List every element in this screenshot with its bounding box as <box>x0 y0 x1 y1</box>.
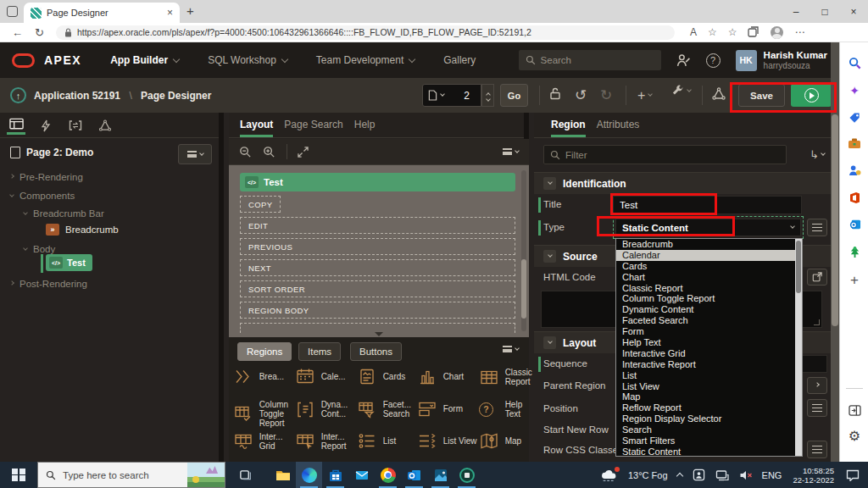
favorites-bar-icon[interactable]: ☆ <box>728 26 737 38</box>
gallery-item-cards[interactable]: Cards <box>357 368 418 385</box>
taskbar-outlook-icon[interactable] <box>401 462 427 488</box>
redo-icon[interactable]: ↻ <box>600 85 612 106</box>
type-option[interactable]: Search <box>616 424 795 435</box>
gallery-item-map[interactable]: Map <box>479 432 540 450</box>
header-search-box[interactable] <box>519 50 661 70</box>
gallery-item-faceted-search[interactable]: Facet... Search <box>357 400 418 419</box>
tree-item-post-rendering[interactable]: Post-Rendering <box>10 279 87 289</box>
tray-teams-icon[interactable] <box>693 469 705 481</box>
gallery-item-chart[interactable]: Chart <box>417 368 478 385</box>
type-option[interactable]: Classic Report <box>616 283 795 294</box>
sidebar-copilot-icon[interactable]: ✦ <box>847 83 862 98</box>
scroll-down-icon[interactable] <box>375 332 383 336</box>
browser-tab[interactable]: Page Designer × <box>24 3 180 23</box>
position-edit[interactable]: EDIT <box>240 217 515 234</box>
task-view-icon[interactable] <box>232 462 258 488</box>
tab-page-search[interactable]: Page Search <box>284 119 342 137</box>
position-quickpick-button[interactable] <box>807 399 827 417</box>
browser-profile-avatar[interactable] <box>771 26 783 39</box>
tab-close-icon[interactable]: × <box>167 8 173 18</box>
type-option[interactable]: Breadcrumb <box>616 239 795 250</box>
type-option-highlighted[interactable]: Calendar <box>616 250 795 261</box>
collections-icon[interactable] <box>748 26 760 38</box>
parent-region-browse-button[interactable] <box>807 377 827 394</box>
breadcrumb-app[interactable]: Application 52191 <box>34 90 120 102</box>
gallery-item-form[interactable]: Form <box>417 400 478 418</box>
type-option[interactable]: Reflow Report <box>616 402 795 413</box>
lock-page-icon[interactable] <box>549 85 561 106</box>
zoom-out-icon[interactable] <box>239 146 252 158</box>
type-option[interactable]: List <box>616 370 795 381</box>
go-up-icon[interactable]: ↑ <box>10 87 26 103</box>
position-region-body[interactable]: REGION BODY <box>240 302 515 319</box>
sidebar-shopping-icon[interactable] <box>847 110 862 125</box>
tree-item-components[interactable]: Components <box>10 191 75 201</box>
sidebar-people-icon[interactable] <box>847 163 862 178</box>
tree-item-breadcrumb[interactable]: » Breadcrumb <box>46 224 119 236</box>
section-identification[interactable]: Identification <box>534 172 831 194</box>
tree-menu-button[interactable] <box>178 144 212 164</box>
user-avatar[interactable]: HK <box>736 50 757 71</box>
window-maximize-button[interactable]: □ <box>810 0 839 23</box>
tab-processing-icon[interactable] <box>66 116 85 135</box>
type-option[interactable]: Faceted Search <box>616 315 795 326</box>
collapse-icon[interactable] <box>543 336 556 349</box>
type-option[interactable]: Cards <box>616 261 795 272</box>
nav-app-builder[interactable]: App Builder <box>110 54 179 66</box>
start-button[interactable] <box>0 462 37 488</box>
type-option[interactable]: Interactive Grid <box>616 348 795 359</box>
page-number-input[interactable] <box>448 90 470 102</box>
type-option[interactable]: List View <box>616 381 795 392</box>
tray-language[interactable]: ENG <box>762 470 782 480</box>
collapse-icon[interactable] <box>543 177 556 190</box>
nav-sql-workshop[interactable]: SQL Workshop <box>208 54 287 66</box>
type-option[interactable]: Smart Filters <box>616 435 795 446</box>
sidebar-search-icon[interactable] <box>847 55 862 70</box>
canvas-scrollbar[interactable] <box>521 170 526 331</box>
gallery-item-list-view[interactable]: List View <box>417 432 478 450</box>
type-quickpick-button[interactable] <box>807 219 827 236</box>
tab-region[interactable]: Region <box>551 119 586 137</box>
canvas-region-test[interactable]: </> Test <box>240 173 515 191</box>
sidebar-tree-icon[interactable] <box>847 244 862 259</box>
gallery-item-dynamic-content[interactable]: Dyna... Cont... <box>295 400 356 419</box>
tab-page-shared-components-icon[interactable] <box>96 116 114 135</box>
position-next[interactable]: NEXT <box>240 259 515 276</box>
page-number-stepper[interactable] <box>481 84 494 107</box>
taskbar-mail-icon[interactable] <box>348 462 375 488</box>
gallery-item-calendar[interactable]: Cale... <box>295 368 356 385</box>
gallery-tab-buttons[interactable]: Buttons <box>350 342 402 361</box>
sidebar-office-icon[interactable] <box>847 190 862 205</box>
gallery-item-breadcrumb[interactable]: Brea... <box>233 368 294 385</box>
dropdown-scrollbar[interactable] <box>795 239 802 456</box>
taskbar-file-explorer-icon[interactable] <box>270 462 296 488</box>
taskbar-store-icon[interactable] <box>322 462 348 488</box>
tree-item-breadcrumb-bar[interactable]: Breadcrumb Bar <box>24 208 104 219</box>
type-option[interactable]: Form <box>616 326 795 337</box>
oracle-logo[interactable] <box>12 53 35 68</box>
tab-attributes[interactable]: Attributes <box>597 119 640 137</box>
nav-team-development[interactable]: Team Development <box>316 54 415 66</box>
refresh-icon[interactable]: ↻ <box>35 26 44 39</box>
read-aloud-icon[interactable]: A <box>690 26 697 38</box>
window-close-button[interactable]: × <box>839 0 868 23</box>
tray-expand-icon[interactable] <box>677 471 682 479</box>
gallery-item-interactive-report[interactable]: Inter... Report <box>295 432 356 451</box>
resize-handle[interactable] <box>814 319 820 325</box>
tab-help[interactable]: Help <box>354 119 376 137</box>
gallery-item-list[interactable]: List <box>357 432 418 450</box>
page-selector[interactable] <box>422 84 481 107</box>
gallery-item-help-text[interactable]: ? Help Text <box>479 400 540 419</box>
taskbar-photos-icon[interactable] <box>427 462 453 488</box>
position-copy[interactable]: COPY <box>240 196 281 213</box>
type-option[interactable]: Interactive Report <box>616 359 795 370</box>
back-icon[interactable]: ← <box>12 26 23 39</box>
tray-volume-muted-icon[interactable] <box>739 469 753 481</box>
goto-group-icon[interactable]: ↳ <box>807 145 827 164</box>
tab-rendering-icon[interactable] <box>7 116 25 135</box>
property-filter-box[interactable] <box>543 145 787 164</box>
type-option[interactable]: Map <box>616 391 795 402</box>
gallery-tab-regions[interactable]: Regions <box>237 342 292 361</box>
tree-item-test-region[interactable]: </> Test <box>46 254 92 271</box>
url-field[interactable]: https://apex.oracle.com/pls/apex/f?p=400… <box>56 25 675 40</box>
